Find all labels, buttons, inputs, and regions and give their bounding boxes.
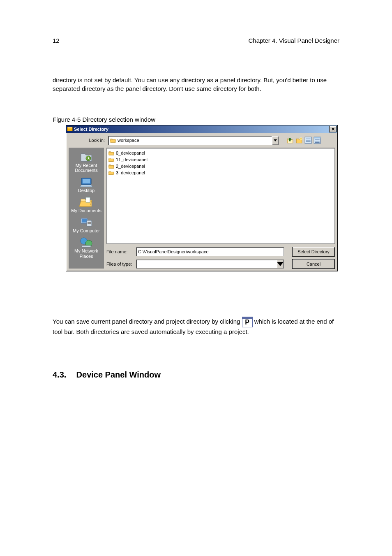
folder-up-icon: [286, 137, 294, 144]
filename-label: File name:: [106, 249, 136, 254]
folder-icon: [110, 138, 116, 143]
file-list[interactable]: 0_devicepanel 11_devicepanel 2_devicepan…: [106, 148, 335, 244]
chevron-down-icon: [274, 139, 277, 141]
list-item[interactable]: 11_devicepanel: [108, 156, 333, 163]
place-mydocs[interactable]: My Documents: [69, 195, 104, 215]
filename-value: C:\VisualPanelDesigner\workspace: [138, 249, 209, 254]
section-title: Device Panel Window: [76, 370, 161, 379]
computer-icon: [79, 216, 93, 228]
place-network[interactable]: My Network Places: [69, 236, 104, 259]
chevron-down-icon: [277, 262, 284, 266]
app-icon: [67, 126, 73, 132]
list-item[interactable]: 0_devicepanel: [108, 150, 333, 156]
dialog-title: Select Directory: [74, 127, 108, 132]
svg-rect-17: [82, 219, 87, 222]
svg-rect-19: [88, 222, 91, 223]
dialog-titlebar[interactable]: Select Directory ✕: [66, 125, 337, 133]
list-item-label: 11_devicepanel: [116, 157, 148, 162]
cancel-button[interactable]: Cancel: [292, 259, 335, 269]
places-bar: My Recent Documents Desktop My Documents: [69, 148, 104, 269]
mydocs-icon: [79, 196, 93, 208]
place-desktop[interactable]: Desktop: [69, 175, 104, 195]
doc-para2a: You can save current panel directory and…: [53, 318, 242, 325]
lookin-dropdown-button[interactable]: [272, 136, 279, 145]
page-header-right: Chapter 4. Visual Panel Designer: [248, 36, 339, 45]
list-item[interactable]: 2_devicepanel: [108, 163, 333, 169]
new-folder-button[interactable]: [295, 137, 303, 144]
details-view-button[interactable]: [314, 137, 321, 144]
place-label: Desktop: [69, 188, 104, 193]
place-mycomputer[interactable]: My Computer: [69, 215, 104, 236]
desktop-icon: [79, 176, 93, 188]
svg-rect-14: [83, 179, 90, 183]
doc-para2: You can save current panel directory and…: [53, 317, 340, 336]
list-view-button[interactable]: [304, 137, 312, 144]
svg-rect-8: [314, 137, 321, 138]
place-label: My Documents: [69, 208, 104, 213]
svg-rect-1: [68, 127, 72, 129]
folder-icon: [108, 170, 114, 175]
lookin-label: Look in:: [69, 138, 108, 143]
network-icon: [79, 236, 93, 248]
list-item-label: 3_devicepanel: [116, 170, 145, 175]
filetype-dropdown-button[interactable]: [277, 260, 284, 268]
folder-icon: [108, 151, 114, 155]
svg-rect-20: [88, 223, 91, 224]
svg-rect-15: [86, 197, 90, 202]
list-item-label: 2_devicepanel: [116, 164, 145, 169]
figure-caption: Figure 4-5 Directory selection window: [53, 115, 155, 124]
section-heading: 4.3. Device Panel Window: [53, 370, 161, 380]
lookin-value: workspace: [118, 138, 139, 143]
page-number: 12: [53, 36, 60, 45]
folder-icon: [108, 157, 114, 162]
close-button[interactable]: ✕: [329, 126, 337, 132]
list-item[interactable]: 3_devicepanel: [108, 169, 333, 176]
place-label: My Computer: [69, 228, 104, 233]
preferences-icon: P: [242, 317, 253, 327]
place-recent[interactable]: My Recent Documents: [69, 150, 104, 175]
filetype-label: Files of type:: [106, 262, 136, 266]
svg-rect-23: [82, 246, 91, 247]
lookin-combo[interactable]: workspace: [108, 136, 279, 145]
new-folder-icon: [295, 137, 303, 144]
details-view-icon: [314, 137, 321, 144]
filename-input[interactable]: C:\VisualPanelDesigner\workspace: [136, 247, 284, 256]
folder-icon: [108, 164, 114, 169]
close-icon: ✕: [331, 127, 335, 132]
select-directory-dialog: Select Directory ✕ Look in: workspace: [66, 125, 338, 271]
place-label: My Recent Documents: [69, 163, 104, 173]
recent-icon: [79, 151, 93, 162]
filetype-combo[interactable]: [136, 259, 284, 269]
up-one-level-button[interactable]: [286, 137, 294, 144]
doc-para1: directory is not set by default. You can…: [53, 76, 340, 93]
select-directory-button[interactable]: Select Directory: [292, 247, 335, 257]
list-item-label: 0_devicepanel: [116, 151, 145, 155]
section-number: 4.3.: [53, 370, 74, 380]
list-view-icon: [304, 137, 312, 144]
place-label: My Network Places: [69, 248, 104, 258]
